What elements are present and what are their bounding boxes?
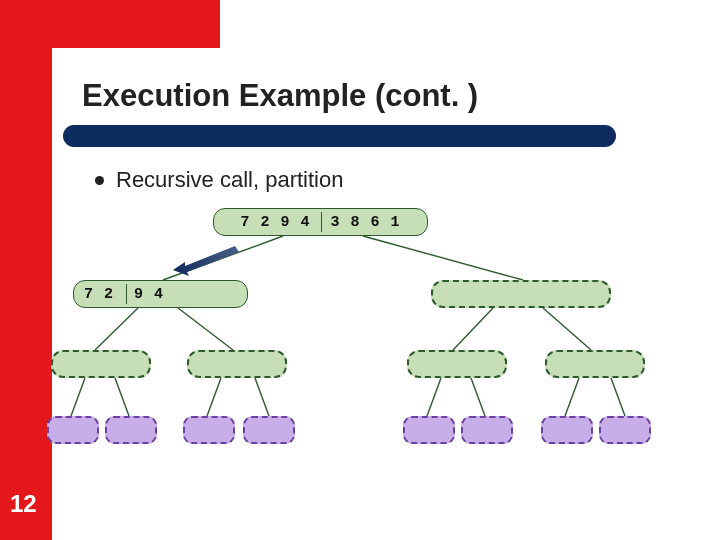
svg-line-11 <box>471 378 485 416</box>
tree-node-l2-0 <box>51 350 151 378</box>
tree-node-l3-1 <box>105 416 157 444</box>
arrow-icon <box>173 242 243 278</box>
tree-node-l3-5 <box>461 416 513 444</box>
tree-node-l2-1 <box>187 350 287 378</box>
page-title: Execution Example (cont. ) <box>82 78 478 114</box>
tree-node-l3-3 <box>243 416 295 444</box>
page-number: 12 <box>10 490 37 518</box>
tree-node-l1-left: 7 2 9 4 <box>73 280 248 308</box>
svg-line-10 <box>427 378 441 416</box>
tree-node-l2-3 <box>545 350 645 378</box>
tree-node-l3-6 <box>541 416 593 444</box>
divider-icon <box>321 212 322 232</box>
svg-marker-14 <box>173 246 239 276</box>
tree-node-l3-2 <box>183 416 235 444</box>
header-tab-accent <box>0 0 220 48</box>
tree-node-root: 7 2 9 4 3 8 6 1 <box>213 208 428 236</box>
svg-line-4 <box>453 308 493 350</box>
title-underline <box>63 125 616 147</box>
tree-diagram: 7 2 9 4 3 8 6 1 7 2 9 4 <box>63 208 673 468</box>
svg-line-13 <box>611 378 625 416</box>
bullet-row: Recursive call, partition <box>95 167 343 193</box>
tree-node-l1-right <box>431 280 611 308</box>
svg-line-8 <box>207 378 221 416</box>
svg-line-9 <box>255 378 269 416</box>
tree-node-l3-7 <box>599 416 651 444</box>
bullet-icon <box>95 176 104 185</box>
svg-line-2 <box>95 308 138 350</box>
sidebar-accent <box>0 0 52 540</box>
tree-node-l3-0 <box>47 416 99 444</box>
svg-line-7 <box>115 378 129 416</box>
svg-line-6 <box>71 378 85 416</box>
tree-node-l3-4 <box>403 416 455 444</box>
divider-icon <box>126 284 127 304</box>
tree-node-l2-2 <box>407 350 507 378</box>
node-text: 7 2 9 4 <box>84 286 164 303</box>
svg-line-1 <box>363 236 523 280</box>
svg-line-3 <box>178 308 233 350</box>
svg-line-12 <box>565 378 579 416</box>
svg-line-5 <box>543 308 591 350</box>
bullet-text: Recursive call, partition <box>116 167 343 193</box>
